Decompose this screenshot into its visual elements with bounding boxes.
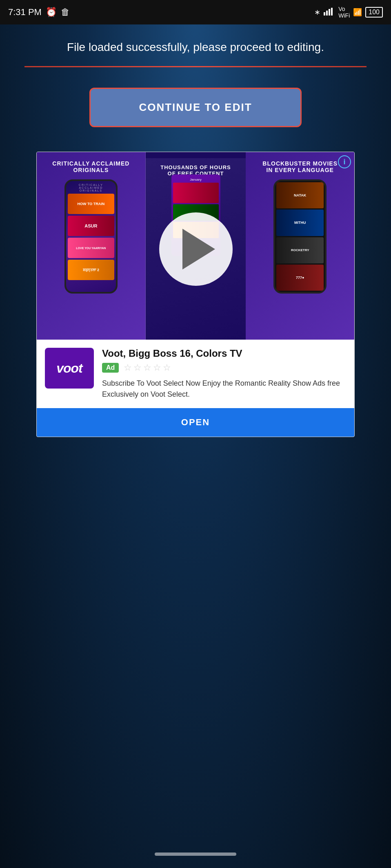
- star-4: ☆: [153, 362, 161, 373]
- info-icon[interactable]: i: [338, 155, 351, 168]
- phone-screen-3: NATAK MITHU ROCKETRY 777●: [275, 181, 325, 292]
- middle-panel-content: THOUSANDS OF HOURSOF FREE CONTENT Januar…: [146, 158, 246, 340]
- signal-icon: [324, 7, 335, 18]
- battery-indicator: 100: [365, 7, 383, 18]
- bluetooth-icon: ∗: [314, 8, 320, 17]
- star-rating: ☆ ☆ ☆ ☆ ☆: [124, 362, 171, 373]
- star-2: ☆: [133, 362, 142, 373]
- continue-to-edit-button[interactable]: CONTINUE TO EDIT: [89, 88, 302, 127]
- star-1: ☆: [124, 362, 132, 373]
- show-tile-4: ਸ਼ਕੁਨ੍ਤਲਾ 2: [68, 260, 114, 280]
- svg-rect-0: [324, 12, 325, 15]
- show-tile-1: HOW TO TRAIN: [68, 194, 114, 214]
- wifi-icon: 📶: [353, 8, 362, 17]
- status-left: 7:31 PM ⏰ 🗑: [8, 7, 115, 18]
- section-divider: [24, 66, 367, 67]
- play-overlay[interactable]: [146, 158, 246, 340]
- ad-container: CRITICALLY ACCLAIMEDORIGINALS CRITICALLY…: [36, 152, 355, 437]
- star-3: ☆: [143, 362, 151, 373]
- voot-logo-text: voot: [56, 361, 82, 376]
- ad-panel-free-content[interactable]: THOUSANDS OF HOURSOF FREE CONTENT Januar…: [146, 152, 246, 340]
- ad-info: Voot, Bigg Boss 16, Colors TV Ad ☆ ☆ ☆ ☆…: [102, 348, 346, 400]
- phone-mockup-3: NATAK MITHU ROCKETRY 777●: [273, 179, 327, 294]
- ad-panel-movies: BLOCKBUSTER MOVIESIN EVERY LANGUAGE NATA…: [246, 152, 354, 340]
- show-tile-3: LOVE YOU YAARIYAN: [68, 238, 114, 258]
- success-message: File loaded successfully, please proceed…: [67, 41, 324, 54]
- svg-rect-1: [326, 11, 328, 15]
- ad-panel-originals: CRITICALLY ACCLAIMEDORIGINALS CRITICALLY…: [37, 152, 146, 340]
- svg-rect-3: [331, 8, 333, 15]
- time-display: 7:31 PM: [8, 7, 42, 18]
- home-indicator: [0, 844, 391, 860]
- ad-open-button[interactable]: OPEN: [37, 408, 354, 437]
- phone-screen-1: CRITICALLY ACCLAIMEDORIGINALS HOW TO TRA…: [66, 181, 116, 292]
- panel1-label: CRITICALLY ACCLAIMEDORIGINALS: [52, 160, 129, 173]
- ad-description: Subscribe To Voot Select Now Enjoy the R…: [102, 378, 346, 400]
- originals-label: CRITICALLY ACCLAIMEDORIGINALS: [68, 183, 114, 192]
- ad-app-name: Voot, Bigg Boss 16, Colors TV: [102, 348, 346, 359]
- star-5: ☆: [163, 362, 171, 373]
- voot-logo: voot: [45, 348, 94, 389]
- phone-mockup-1: CRITICALLY ACCLAIMEDORIGINALS HOW TO TRA…: [64, 179, 118, 294]
- vowifi-label: VoWiFi: [338, 6, 350, 19]
- movie-poster-rocketry: ROCKETRY: [276, 237, 324, 263]
- movie-poster-mithu: MITHU: [276, 210, 324, 236]
- play-triangle-icon: [182, 229, 215, 269]
- ad-badge: Ad: [102, 363, 119, 373]
- ad-images-row: CRITICALLY ACCLAIMEDORIGINALS CRITICALLY…: [37, 152, 354, 340]
- play-circle[interactable]: [159, 212, 233, 286]
- movie-poster-777: 777●: [276, 265, 324, 291]
- notification-strip: [74, 8, 115, 17]
- panel3-label: BLOCKBUSTER MOVIESIN EVERY LANGUAGE: [262, 160, 338, 173]
- home-bar: [155, 853, 236, 856]
- delete-icon: 🗑: [61, 7, 70, 18]
- status-bar: 7:31 PM ⏰ 🗑 ∗ VoWiFi 📶 100: [0, 0, 391, 24]
- show-tile-2: ASUR: [68, 216, 114, 236]
- svg-rect-2: [329, 9, 330, 15]
- movie-poster-natak: NATAK: [276, 182, 324, 208]
- ad-bottom-section: voot Voot, Bigg Boss 16, Colors TV Ad ☆ …: [37, 340, 354, 408]
- alarm-icon: ⏰: [46, 7, 57, 18]
- ad-badge-row: Ad ☆ ☆ ☆ ☆ ☆: [102, 362, 346, 373]
- main-content: File loaded successfully, please proceed…: [0, 24, 391, 868]
- status-right: ∗ VoWiFi 📶 100: [314, 6, 383, 19]
